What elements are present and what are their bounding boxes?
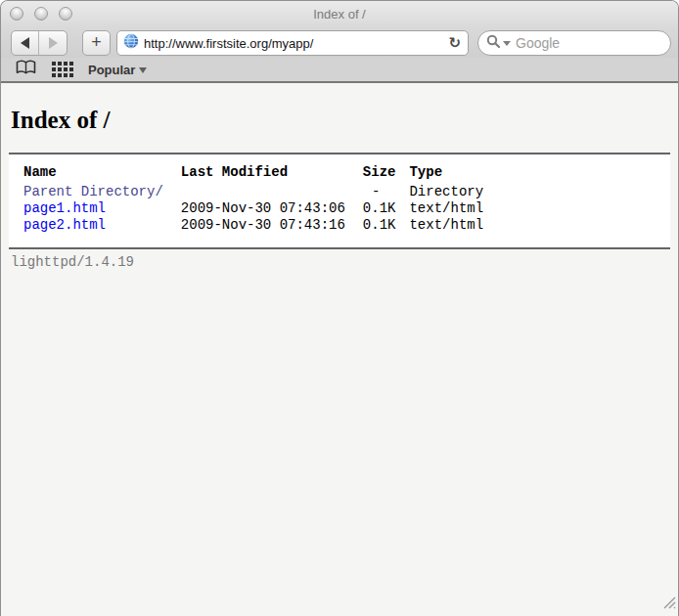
column-header-modified: Last Modified [181, 164, 363, 184]
chevron-down-icon [139, 67, 147, 73]
column-header-name: Name [23, 164, 181, 184]
column-header-size: Size [363, 164, 410, 184]
modified-cell: 2009-Nov-30 07:43:06 [181, 200, 363, 217]
back-icon [21, 37, 29, 49]
server-signature: lighttpd/1.4.19 [9, 249, 670, 270]
forward-button[interactable] [39, 31, 67, 55]
table-row: page2.html 2009-Nov-30 07:43:16 0.1K tex… [23, 217, 497, 234]
address-bar[interactable]: ↻ [116, 30, 469, 56]
size-cell: 0.1K [363, 217, 410, 234]
history-nav-group [11, 30, 68, 56]
window-title: Index of / [1, 7, 678, 22]
type-cell: text/html [409, 200, 497, 217]
directory-table: Name Last Modified Size Type Parent Dire… [23, 164, 497, 234]
url-input[interactable] [144, 32, 448, 54]
show-bookmarks-button[interactable] [14, 58, 37, 81]
column-header-type: Type [409, 164, 497, 184]
open-book-icon [16, 60, 36, 79]
table-row: page1.html 2009-Nov-30 07:43:06 0.1K tex… [23, 200, 497, 217]
back-button[interactable] [12, 31, 39, 55]
globe-icon [123, 33, 139, 53]
resize-grip[interactable] [661, 594, 676, 613]
parent-directory-link[interactable]: Parent Directory/ [23, 184, 163, 199]
file-link-page2[interactable]: page2.html [23, 217, 106, 233]
bookmark-folder-label: Popular [88, 63, 135, 77]
search-options-chevron-icon[interactable] [503, 41, 511, 46]
table-row: Parent Directory/ - Directory [23, 184, 497, 200]
bookmark-folder-popular[interactable]: Popular [88, 63, 147, 77]
file-link-page1[interactable]: page1.html [23, 200, 106, 216]
size-cell: 0.1K [363, 200, 410, 217]
titlebar: Index of / [1, 1, 678, 28]
browser-window: Index of / + [0, 0, 679, 616]
forward-icon [49, 37, 58, 49]
page-title: Index of / [11, 107, 670, 134]
top-sites-button[interactable] [50, 58, 75, 81]
size-cell: - [363, 184, 410, 200]
modified-cell [181, 184, 363, 200]
type-cell: text/html [409, 217, 497, 234]
grid-icon [52, 62, 73, 77]
directory-listing: Name Last Modified Size Type Parent Dire… [9, 153, 670, 249]
search-icon [486, 34, 501, 53]
page-viewport: Index of / Name Last Modified Size Type … [1, 83, 678, 615]
bookmarks-bar: Popular [1, 58, 678, 83]
reload-icon[interactable]: ↻ [448, 36, 461, 51]
table-header-row: Name Last Modified Size Type [23, 164, 497, 184]
add-bookmark-button[interactable]: + [82, 30, 111, 56]
modified-cell: 2009-Nov-30 07:43:16 [181, 217, 363, 234]
search-field[interactable] [477, 30, 671, 56]
type-cell: Directory [409, 184, 497, 200]
search-input[interactable] [516, 32, 679, 54]
toolbar: + ↻ [1, 28, 678, 58]
